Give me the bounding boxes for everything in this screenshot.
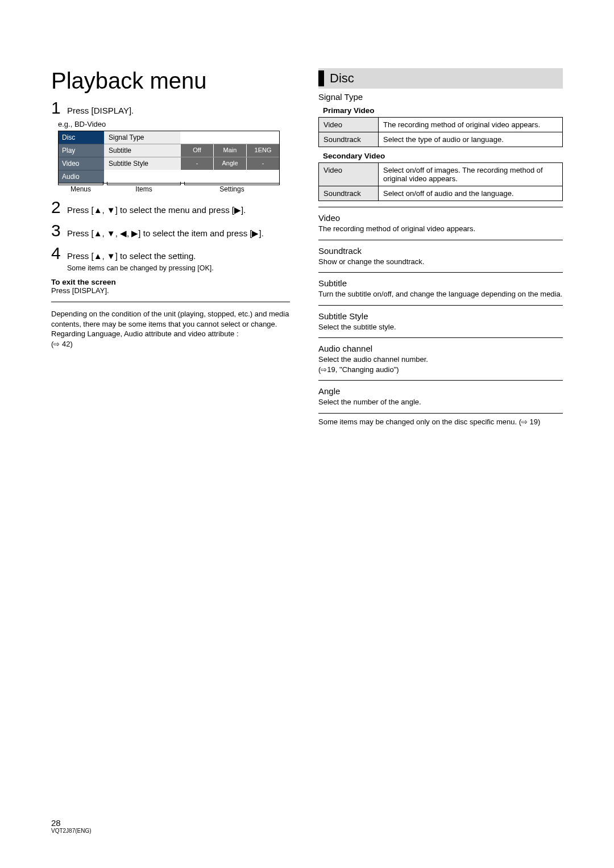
step-4-text: Press [▲, ▼] to select the setting. <box>67 245 196 262</box>
menu-tab-audio: Audio <box>59 170 104 183</box>
divider <box>318 305 563 306</box>
language-ref: (⇨ 42) <box>51 339 290 349</box>
table-value: Select on/off of audio and the language. <box>379 186 563 201</box>
step-1-text: Press [DISPLAY]. <box>67 99 134 116</box>
divider <box>318 413 563 414</box>
step-1: 1 Press [DISPLAY]. <box>51 99 290 116</box>
divider <box>318 380 563 381</box>
step-number: 2 <box>51 199 67 216</box>
table-key: Soundtrack <box>319 132 379 147</box>
exit-block: To exit the screen Press [DISPLAY]. <box>51 278 290 295</box>
menu-box: Disc Play Video Audio Signal Type Subtit… <box>58 131 280 183</box>
section-title: Disc <box>330 71 354 86</box>
condition-note: Depending on the condition of the unit (… <box>51 309 290 329</box>
entry-title: Angle <box>318 386 563 396</box>
menu-row: Signal Type <box>104 131 279 144</box>
language-note: Regarding Language, Audio attribute and … <box>51 329 290 339</box>
entry-text: Show or change the soundtrack. <box>318 257 563 267</box>
entry-title: Video <box>318 213 563 223</box>
entry-title: Subtitle <box>318 278 563 288</box>
menu-setting: 1ENG <box>246 144 279 157</box>
menu-tabs: Disc Play Video Audio <box>59 131 104 183</box>
menu-setting: - <box>246 157 279 170</box>
entry-title: Audio channel <box>318 344 563 353</box>
menu-setting <box>246 131 279 144</box>
entry-text: The recording method of original video a… <box>318 224 563 234</box>
divider <box>318 207 563 207</box>
entry-subtitle-style: Subtitle Style Select the subtitle style… <box>318 311 563 332</box>
entry-subtitle: Subtitle Turn the subtitle on/off, and c… <box>318 278 563 299</box>
step-number: 3 <box>51 222 67 239</box>
table-key: Video <box>319 163 379 186</box>
right-column: Disc Signal Type Primary Video Video The… <box>318 68 563 427</box>
menu-row: Subtitle Style - Angle - <box>104 157 279 170</box>
menu-setting: Off <box>180 144 213 157</box>
left-column: Playback menu 1 Press [DISPLAY]. e.g., B… <box>51 68 290 427</box>
step-2-text: Press [▲, ▼] to select the menu and pres… <box>67 199 246 216</box>
entry-text: Select the subtitle style. <box>318 322 563 332</box>
example-label: e.g., BD-Video <box>58 120 290 128</box>
step-number: 4 <box>51 245 67 262</box>
signal-type-heading: Signal Type <box>318 92 563 102</box>
menu-row: Subtitle Off Main 1ENG <box>104 144 279 157</box>
entry-video: Video The recording method of original v… <box>318 213 563 234</box>
table-value: Select the type of audio or language. <box>379 132 563 147</box>
menu-item-label: Subtitle <box>104 144 180 157</box>
divider <box>318 337 563 338</box>
menu-setting <box>180 131 213 144</box>
menu-setting: Angle <box>213 157 246 170</box>
bracket-label-items: Items <box>107 185 181 193</box>
menu-item-label: Signal Type <box>104 131 180 144</box>
menu-tab-play: Play <box>59 144 104 157</box>
menu-screenshot: Disc Play Video Audio Signal Type Subtit… <box>58 131 280 193</box>
menu-setting: Main <box>213 144 246 157</box>
step-3: 3 Press [▲, ▼, ◀, ▶] to select the item … <box>51 222 290 239</box>
step-number: 1 <box>51 99 67 116</box>
menu-tab-video: Video <box>59 157 104 170</box>
entry-text: Select the number of the angle. <box>318 397 563 407</box>
section-marker-icon <box>318 70 324 86</box>
bracket-label-menus: Menus <box>58 185 103 193</box>
step-2: 2 Press [▲, ▼] to select the menu and pr… <box>51 199 290 216</box>
primary-video-table: Video The recording method of original v… <box>318 117 563 147</box>
bracket-label-settings: Settings <box>184 185 280 193</box>
table-row: Soundtrack Select on/off of audio and th… <box>319 186 563 201</box>
step-4-note: Some items can be changed by pressing [O… <box>67 264 290 272</box>
primary-video-label: Primary Video <box>323 106 563 115</box>
menu-tab-disc: Disc <box>59 131 104 144</box>
table-row: Soundtrack Select the type of audio or l… <box>319 132 563 147</box>
entry-angle: Angle Select the number of the angle. <box>318 386 563 407</box>
table-key: Video <box>319 118 379 132</box>
secondary-video-table: Video Select on/off of images. The recor… <box>318 162 563 201</box>
divider <box>318 272 563 273</box>
entry-soundtrack: Soundtrack Show or change the soundtrack… <box>318 246 563 267</box>
disc-footnote: Some items may be changed only on the di… <box>318 417 563 427</box>
bracket-row <box>58 185 280 185</box>
divider <box>318 240 563 240</box>
menu-setting <box>213 131 246 144</box>
entry-audio-channel: Audio channel Select the audio channel n… <box>318 344 563 374</box>
entry-title: Soundtrack <box>318 246 563 256</box>
secondary-video-label: Secondary Video <box>323 152 563 160</box>
entry-text: Select the audio channel number. (⇨19, "… <box>318 354 563 374</box>
entry-title: Subtitle Style <box>318 311 563 321</box>
menu-setting: - <box>180 157 213 170</box>
entry-text: Turn the subtitle on/off, and change the… <box>318 289 563 299</box>
step-4: 4 Press [▲, ▼] to select the setting. <box>51 245 290 262</box>
step-3-text: Press [▲, ▼, ◀, ▶] to select the item an… <box>67 222 264 239</box>
section-header: Disc <box>318 68 563 89</box>
table-row: Video Select on/off of images. The recor… <box>319 163 563 186</box>
menu-item-label: Subtitle Style <box>104 157 180 170</box>
page-number: 28 <box>51 818 92 828</box>
page-title: Playback menu <box>51 68 290 94</box>
page-footer: 28 VQT2J87(ENG) <box>51 818 92 834</box>
page-columns: Playback menu 1 Press [DISPLAY]. e.g., B… <box>51 68 563 427</box>
divider <box>51 302 290 302</box>
table-value: Select on/off of images. The recording m… <box>379 163 563 186</box>
table-key: Soundtrack <box>319 186 379 201</box>
doc-code: VQT2J87(ENG) <box>51 828 92 834</box>
exit-label: To exit the screen <box>51 278 290 286</box>
bracket-labels: Menus Items Settings <box>58 185 280 193</box>
table-value: The recording method of original video a… <box>379 118 563 132</box>
menu-items: Signal Type Subtitle Off Main 1ENG Subti… <box>104 131 279 183</box>
